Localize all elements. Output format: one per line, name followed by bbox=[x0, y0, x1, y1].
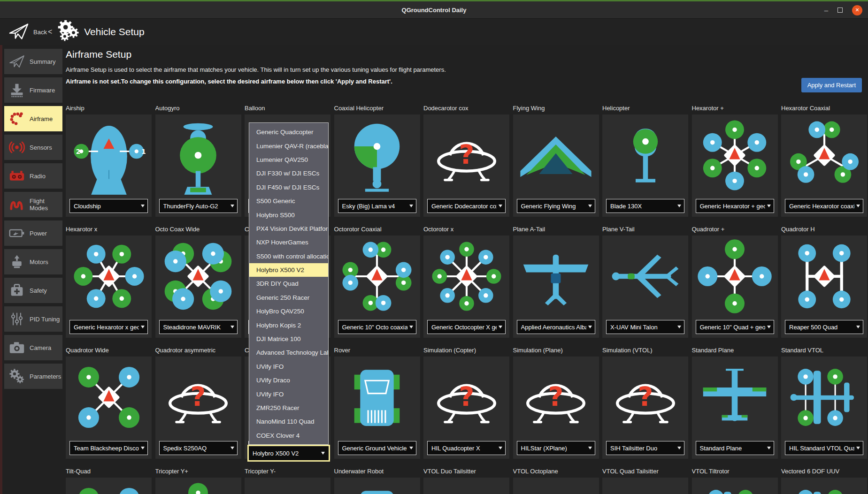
airframe-combo[interactable]: Generic 10" Quad + geometry bbox=[696, 320, 774, 334]
dropdown-item[interactable]: Holybro S500 bbox=[249, 208, 328, 221]
airframe-tile[interactable]: ? HIL Quadcopter X bbox=[423, 357, 509, 459]
airframe-tile[interactable]: ? Spedix S250AQ bbox=[155, 357, 241, 459]
airframe-combo[interactable]: Team Blacksheep Discovery bbox=[69, 441, 148, 455]
airframe-combo[interactable]: Spedix S250AQ bbox=[159, 441, 238, 455]
airframe-combo[interactable]: Applied Aeronautics Albatross bbox=[517, 320, 595, 334]
dropdown-item[interactable]: UVify IFO bbox=[249, 387, 328, 401]
airframe-tile[interactable]: ? bbox=[423, 478, 509, 494]
dropdown-item[interactable]: UVify IFO bbox=[249, 360, 328, 373]
airframe-tile[interactable]: Applied Aeronautics Albatross bbox=[513, 236, 599, 338]
dropdown-item[interactable]: S500 with control allocation bbox=[249, 250, 328, 263]
dropdown-item[interactable]: DJI F330 w/ DJI ESCs bbox=[249, 167, 328, 180]
airframe-combo[interactable]: Esky (Big) Lama v4 bbox=[338, 199, 416, 213]
grid-cell: Octo Coax Wide Steadidrone MAVRIK bbox=[155, 225, 241, 338]
apply-restart-button[interactable]: Apply and Restart bbox=[801, 78, 862, 92]
sidebar-item-pid-tuning[interactable]: PID Tuning bbox=[4, 306, 62, 332]
airframe-tile[interactable]: Generic Octocopter X geometry bbox=[423, 236, 509, 338]
airframe-combo[interactable]: SIH Tailsitter Duo bbox=[606, 441, 684, 455]
airframe-tile[interactable] bbox=[66, 478, 152, 494]
airframe-tile[interactable]: Team Blacksheep Discovery bbox=[66, 357, 152, 459]
airframe-tile[interactable] bbox=[692, 478, 778, 494]
sidebar-item-firmware[interactable]: Firmware bbox=[4, 77, 62, 103]
dropdown-item[interactable]: HolyBro QAV250 bbox=[249, 304, 328, 318]
airframe-tile[interactable]: ? Generic Dodecarotor cox geome bbox=[423, 114, 509, 217]
airframe-combo[interactable]: Generic Octocopter X geometry bbox=[427, 320, 506, 334]
airframe-tile[interactable]: Generic Ground Vehicle bbox=[334, 357, 420, 459]
airframe-combo-open[interactable]: Holybro X500 V2 bbox=[247, 445, 330, 462]
dropdown-item[interactable]: Generic 250 Racer bbox=[249, 291, 328, 304]
airframe-combo[interactable]: Generic Hexarotor coaxial geor bbox=[785, 199, 863, 213]
dropdown-item[interactable]: Generic Quadcopter bbox=[249, 125, 328, 139]
dropdown-item[interactable]: Lumenier QAV250 bbox=[249, 153, 328, 167]
dropdown-item[interactable]: COEX Clover 4 bbox=[249, 429, 328, 442]
airframe-tile[interactable]: HIL Standard VTOL QuadPlane bbox=[781, 357, 867, 459]
dropdown-item[interactable]: Holybro X500 V2 bbox=[249, 263, 328, 277]
airframe-combo[interactable]: Cloudship bbox=[69, 199, 148, 213]
airframe-tile[interactable]: ? HILStar (XPlane) bbox=[513, 357, 599, 459]
dropdown-item[interactable]: Holybro Kopis 2 bbox=[249, 318, 328, 332]
dropdown-item[interactable]: UVify Draco bbox=[249, 373, 328, 387]
dropdown-item[interactable]: S500 Generic bbox=[249, 194, 328, 208]
dropdown-item[interactable]: Lumenier QAV-R (raceblade) bbox=[249, 139, 328, 152]
airframe-tile[interactable] bbox=[334, 478, 420, 494]
airframe-combo[interactable]: HIL Standard VTOL QuadPlane bbox=[785, 441, 863, 455]
airframe-tile[interactable]: Blade 130X bbox=[602, 114, 688, 217]
airframe-tile[interactable]: ThunderFly Auto-G2 bbox=[155, 114, 241, 217]
airframe-tile[interactable]: 2 1 Cloudship bbox=[66, 114, 152, 217]
airframe-combo[interactable]: Generic Dodecarotor cox geome bbox=[427, 199, 506, 213]
airframe-tile[interactable]: Generic Hexarotor + geometry bbox=[692, 114, 778, 217]
dropdown-item[interactable]: PX4 Vision DevKit Platform bbox=[249, 222, 328, 236]
airframe-combo[interactable]: X-UAV Mini Talon bbox=[606, 320, 684, 334]
airframe-tile[interactable] bbox=[781, 478, 867, 494]
dropdown-item[interactable]: DJI F450 w/ DJI ESCs bbox=[249, 181, 328, 194]
airframe-tile[interactable]: Generic Flying Wing bbox=[513, 114, 599, 217]
sidebar-item-motors[interactable]: Motors bbox=[4, 249, 62, 274]
sidebar-item-airframe[interactable]: Airframe bbox=[4, 106, 62, 131]
maximize-button[interactable] bbox=[837, 8, 843, 13]
airframe-tile[interactable] bbox=[245, 478, 330, 494]
airframe-tile[interactable]: ? bbox=[602, 478, 688, 494]
airframe-combo[interactable]: Generic Ground Vehicle bbox=[338, 441, 416, 455]
sidebar-item-camera[interactable]: Camera bbox=[4, 335, 62, 360]
airframe-tile[interactable]: X-UAV Mini Talon bbox=[602, 236, 688, 338]
airframe-tile[interactable]: Generic Hexarotor coaxial geor bbox=[781, 114, 867, 217]
dropdown-item[interactable]: NanoMind 110 Quad bbox=[249, 415, 328, 428]
airframe-combo[interactable]: ThunderFly Auto-G2 bbox=[159, 199, 238, 213]
sidebar-item-summary[interactable]: Summary bbox=[4, 49, 62, 74]
airframe-tile[interactable]: Generic Hexarotor x geometry bbox=[66, 236, 152, 338]
airframe-tile[interactable]: Reaper 500 Quad bbox=[781, 236, 867, 338]
sidebar-item-power[interactable]: Power bbox=[4, 220, 62, 246]
airframe-tile[interactable] bbox=[155, 478, 241, 494]
chevron-down-icon bbox=[409, 447, 413, 449]
sidebar-item-radio[interactable]: Radio bbox=[4, 163, 62, 189]
dropdown-item[interactable]: NXP HoverGames bbox=[249, 236, 328, 249]
close-button[interactable]: ✕ bbox=[852, 5, 862, 15]
airframe-tile[interactable]: Generic 10" Octo coaxial geome bbox=[334, 236, 420, 338]
airframe-tile[interactable]: Esky (Big) Lama v4 bbox=[334, 114, 420, 217]
dropdown-item[interactable]: DJI Matrice 100 bbox=[249, 332, 328, 346]
sidebar-item-safety[interactable]: Safety bbox=[4, 278, 62, 303]
airframe-combo[interactable]: Steadidrone MAVRIK bbox=[159, 320, 238, 334]
airframe-combo[interactable]: Generic 10" Octo coaxial geome bbox=[338, 320, 416, 334]
airframe-tile[interactable]: Generic 10" Quad + geometry bbox=[692, 236, 778, 338]
airframe-combo[interactable]: Standard Plane bbox=[696, 441, 774, 455]
airframe-combo[interactable]: HIL Quadcopter X bbox=[427, 441, 506, 455]
dropdown-item[interactable]: ZMR250 Racer bbox=[249, 401, 328, 415]
airframe-combo[interactable]: Generic Hexarotor x geometry bbox=[69, 320, 148, 334]
airframe-combo[interactable]: Reaper 500 Quad bbox=[785, 320, 863, 334]
airframe-tile[interactable]: ? bbox=[513, 478, 599, 494]
airframe-tile[interactable]: ? SIH Tailsitter Duo bbox=[602, 357, 688, 459]
sidebar-item-parameters[interactable]: Parameters bbox=[4, 364, 62, 389]
airframe-tile[interactable]: Standard Plane bbox=[692, 357, 778, 459]
sidebar-item-sensors[interactable]: Sensors bbox=[4, 135, 62, 160]
minimize-button[interactable]: – bbox=[824, 8, 828, 13]
airframe-combo[interactable]: Generic Hexarotor + geometry bbox=[696, 199, 774, 213]
sidebar-item-flight-modes[interactable]: Flight Modes bbox=[4, 192, 62, 217]
airframe-tile[interactable]: Steadidrone MAVRIK bbox=[155, 236, 241, 338]
dropdown-item[interactable]: Advanced Technology Labs ( bbox=[249, 346, 328, 359]
airframe-combo[interactable]: Generic Flying Wing bbox=[517, 199, 595, 213]
back-button[interactable]: Back bbox=[8, 22, 47, 42]
airframe-combo[interactable]: HILStar (XPlane) bbox=[517, 441, 595, 455]
dropdown-item[interactable]: 3DR DIY Quad bbox=[249, 277, 328, 290]
airframe-combo[interactable]: Blade 130X bbox=[606, 199, 684, 213]
